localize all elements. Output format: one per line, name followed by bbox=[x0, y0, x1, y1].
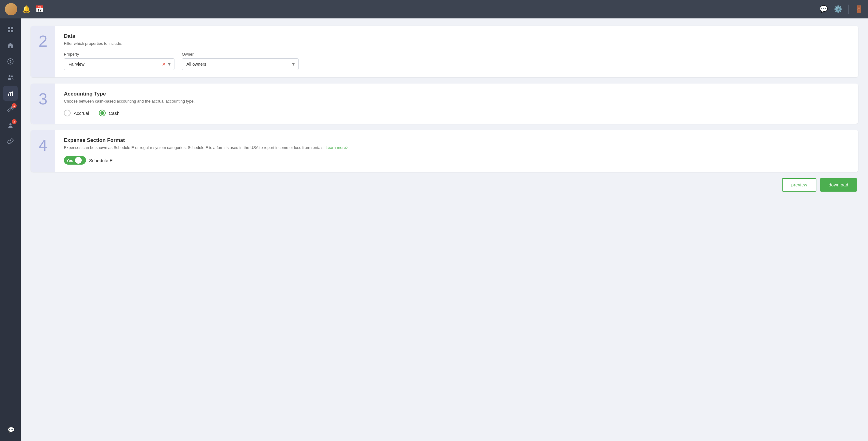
preview-button[interactable]: preview bbox=[782, 178, 816, 192]
main-content: 2 Data Filter which properties to includ… bbox=[21, 19, 868, 441]
chat-bottom-glyph: 💬 bbox=[8, 427, 14, 433]
sidebar-item-tenants[interactable] bbox=[3, 70, 18, 85]
section-2-desc: Filter which properties to include. bbox=[64, 41, 849, 46]
svg-rect-7 bbox=[8, 94, 9, 96]
topnav-right: 💬 ⚙️ 🚪 bbox=[819, 5, 863, 14]
property-clear-button[interactable]: ✕ bbox=[162, 61, 166, 67]
chat-bottom-icon[interactable]: 💬 bbox=[5, 424, 17, 436]
radio-cash-outer bbox=[99, 109, 106, 116]
property-input[interactable] bbox=[64, 58, 175, 70]
section-3-number-col: 3 bbox=[31, 84, 55, 124]
svg-rect-0 bbox=[8, 27, 10, 29]
section-data: 2 Data Filter which properties to includ… bbox=[31, 26, 858, 77]
download-button[interactable]: download bbox=[820, 178, 857, 192]
topnav-left: 🔔 📅 bbox=[5, 3, 43, 15]
svg-rect-3 bbox=[11, 30, 13, 32]
tools-badge: 1 bbox=[12, 103, 17, 108]
svg-rect-1 bbox=[11, 27, 13, 29]
section-2-number-col: 2 bbox=[31, 26, 55, 77]
topnav: 🔔 📅 💬 ⚙️ 🚪 bbox=[0, 0, 868, 19]
section-2-title: Data bbox=[64, 33, 849, 39]
section-4-desc: Expenses can be shown as Schedule E or r… bbox=[64, 145, 849, 150]
svg-rect-2 bbox=[8, 30, 10, 32]
sidebar-item-reports[interactable] bbox=[3, 86, 18, 101]
sidebar-item-tools[interactable]: 1 bbox=[3, 102, 18, 117]
avatar[interactable] bbox=[5, 3, 17, 15]
section-4-body: Expense Section Format Expenses can be s… bbox=[55, 130, 858, 172]
radio-accrual-label: Accrual bbox=[74, 111, 89, 116]
section-2-number: 2 bbox=[39, 33, 48, 49]
section-3-title: Accounting Type bbox=[64, 91, 849, 97]
section-3-body: Accounting Type Choose between cash-base… bbox=[55, 84, 858, 124]
owner-input[interactable] bbox=[182, 58, 299, 70]
toggle-schedule-label: Schedule E bbox=[89, 158, 113, 163]
owner-group: Owner ▼ bbox=[182, 52, 299, 70]
sidebar-item-dashboard[interactable] bbox=[3, 22, 18, 37]
svg-point-10 bbox=[9, 123, 12, 126]
toggle-row: Yes Schedule E bbox=[64, 156, 849, 165]
owner-select-wrap: ▼ bbox=[182, 58, 299, 70]
property-label: Property bbox=[64, 52, 175, 57]
owner-label: Owner bbox=[182, 52, 299, 57]
learn-more-link[interactable]: Learn more> bbox=[326, 145, 348, 150]
filter-row: Property ✕ ▼ Owner ▼ bbox=[64, 52, 849, 70]
logout-icon[interactable]: 🚪 bbox=[855, 5, 863, 13]
radio-accrual-outer bbox=[64, 109, 71, 116]
radio-row: Accrual Cash bbox=[64, 109, 849, 116]
sidebar-item-properties[interactable] bbox=[3, 38, 18, 53]
section-3-number: 3 bbox=[39, 91, 48, 107]
settings-icon[interactable]: ⚙️ bbox=[834, 5, 842, 13]
radio-cash[interactable]: Cash bbox=[99, 109, 120, 116]
section-2-body: Data Filter which properties to include.… bbox=[55, 26, 858, 77]
property-group: Property ✕ ▼ bbox=[64, 52, 175, 70]
property-select-wrap: ✕ ▼ bbox=[64, 58, 175, 70]
sidebar: 1 3 bbox=[0, 19, 21, 441]
layout: 1 3 2 Data Filter which properties to in… bbox=[0, 19, 868, 441]
calendar-icon[interactable]: 📅 bbox=[35, 5, 43, 13]
sidebar-item-finances[interactable] bbox=[3, 54, 18, 69]
avatar-face bbox=[5, 3, 17, 15]
section-4-desc-text: Expenses can be shown as Schedule E or r… bbox=[64, 145, 326, 150]
button-row: preview download bbox=[31, 178, 858, 192]
section-4-number: 4 bbox=[39, 137, 48, 153]
svg-point-6 bbox=[11, 75, 13, 77]
svg-point-5 bbox=[9, 75, 10, 77]
toggle-circle bbox=[75, 157, 82, 164]
section-4-number-col: 4 bbox=[31, 130, 55, 172]
svg-point-4 bbox=[8, 59, 13, 64]
bell-icon[interactable]: 🔔 bbox=[22, 5, 30, 13]
nav-divider bbox=[848, 5, 849, 14]
toggle-yes-label: Yes bbox=[66, 158, 73, 163]
svg-rect-8 bbox=[10, 93, 11, 96]
contacts-badge: 3 bbox=[12, 119, 17, 124]
section-4-title: Expense Section Format bbox=[64, 137, 849, 144]
section-3-desc: Choose between cash-based accounting and… bbox=[64, 99, 849, 103]
radio-cash-inner bbox=[100, 111, 104, 115]
section-expense: 4 Expense Section Format Expenses can be… bbox=[31, 130, 858, 172]
section-accounting: 3 Accounting Type Choose between cash-ba… bbox=[31, 84, 858, 124]
schedule-e-toggle[interactable]: Yes bbox=[64, 156, 86, 165]
radio-accrual[interactable]: Accrual bbox=[64, 109, 89, 116]
radio-cash-label: Cash bbox=[109, 111, 120, 116]
svg-rect-13 bbox=[12, 125, 13, 125]
sidebar-item-links[interactable] bbox=[3, 134, 18, 149]
sidebar-item-contacts[interactable]: 3 bbox=[3, 118, 18, 133]
chat-icon[interactable]: 💬 bbox=[819, 5, 828, 13]
